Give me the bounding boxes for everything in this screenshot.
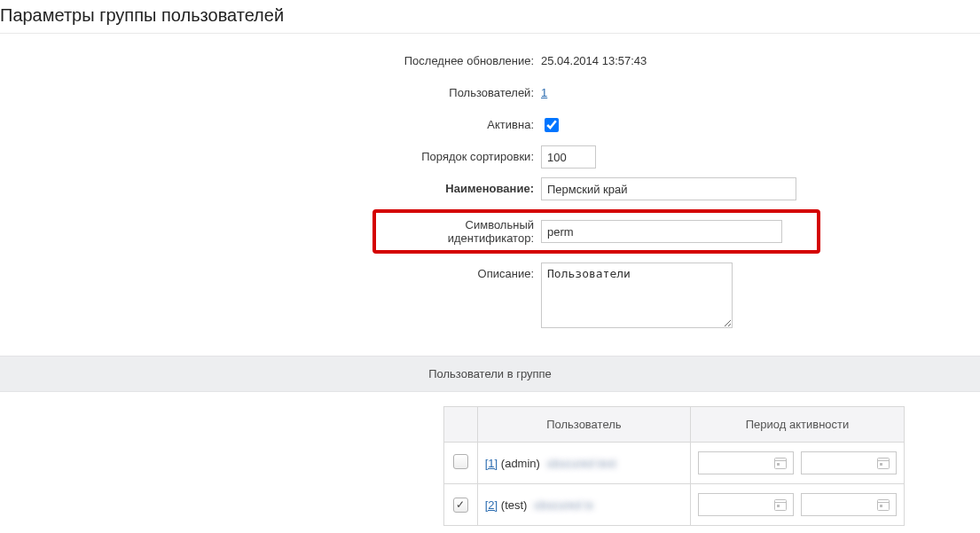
date-from-input[interactable] bbox=[698, 451, 794, 474]
name-input[interactable] bbox=[541, 177, 796, 200]
desc-textarea[interactable]: Пользователи bbox=[541, 263, 733, 328]
svg-rect-0 bbox=[775, 459, 787, 469]
col-header-period: Период активности bbox=[691, 407, 905, 443]
svg-rect-9 bbox=[878, 500, 890, 511]
table-row: [1] (admin) obscured text bbox=[444, 443, 905, 484]
row-checkbox[interactable] bbox=[453, 454, 468, 469]
svg-rect-6 bbox=[775, 500, 787, 511]
active-label: Активна: bbox=[0, 114, 541, 137]
calendar-icon bbox=[773, 498, 788, 512]
calendar-icon bbox=[876, 498, 890, 512]
user-id-link[interactable]: [1] bbox=[485, 457, 498, 470]
sort-input[interactable] bbox=[541, 145, 596, 169]
users-table: Пользователь Период активности [1] (admi… bbox=[443, 406, 905, 526]
date-to-input[interactable] bbox=[801, 493, 897, 516]
page-title: Параметры группы пользователей bbox=[0, 0, 980, 34]
users-count-link[interactable]: 1 bbox=[541, 86, 547, 99]
user-login: (test) bbox=[501, 498, 528, 512]
code-label: Символьный идентификатор: bbox=[376, 218, 541, 245]
row-checkbox[interactable] bbox=[453, 498, 468, 513]
last-update-label: Последнее обновление: bbox=[0, 50, 541, 73]
svg-rect-11 bbox=[880, 505, 882, 507]
active-checkbox[interactable] bbox=[545, 118, 559, 132]
user-id-link[interactable]: [2] bbox=[485, 498, 498, 512]
section-users-in-group: Пользователи в группе bbox=[0, 356, 980, 392]
calendar-icon bbox=[876, 456, 890, 470]
date-to-input[interactable] bbox=[801, 451, 897, 474]
user-name-blurred: obscured text bbox=[547, 457, 616, 470]
col-header-checkbox bbox=[444, 407, 478, 443]
date-from-input[interactable] bbox=[698, 493, 794, 516]
calendar-icon bbox=[773, 456, 788, 470]
svg-rect-3 bbox=[878, 459, 890, 469]
svg-rect-8 bbox=[777, 505, 780, 507]
table-row: [2] (test) obscured tx bbox=[444, 484, 905, 526]
last-update-value: 25.04.2014 13:57:43 bbox=[541, 50, 980, 73]
name-label: Наименование: bbox=[0, 177, 541, 200]
col-header-user: Пользователь bbox=[477, 407, 690, 443]
code-input[interactable] bbox=[541, 220, 782, 243]
svg-rect-2 bbox=[777, 463, 780, 466]
code-row-highlight: Символьный идентификатор: bbox=[372, 209, 820, 254]
desc-label: Описание: bbox=[0, 263, 541, 286]
sort-label: Порядок сортировки: bbox=[0, 145, 541, 169]
user-login: (admin) bbox=[501, 457, 540, 470]
user-name-blurred: obscured tx bbox=[534, 498, 593, 512]
users-count-label: Пользователей: bbox=[0, 82, 541, 105]
svg-rect-5 bbox=[880, 463, 882, 466]
form-area: Последнее обновление: 25.04.2014 13:57:4… bbox=[0, 34, 980, 347]
